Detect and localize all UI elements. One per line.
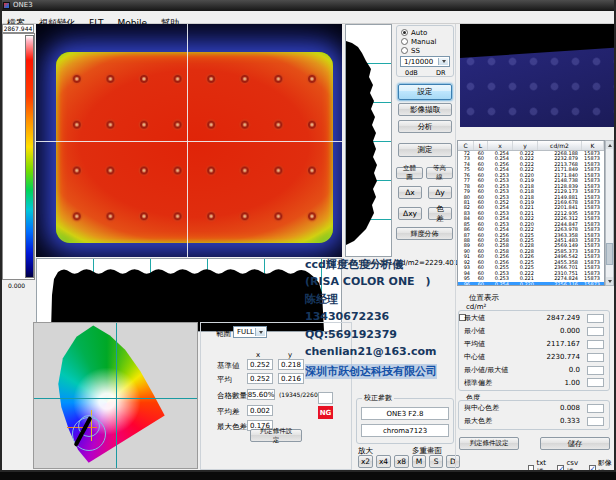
radio-label: SS (411, 47, 420, 55)
table-header-cell[interactable]: x (488, 141, 513, 150)
scroll-up-icon[interactable] (606, 141, 613, 149)
sensor-select[interactable]: chroma7123 (361, 424, 449, 437)
pass-count-label: 合格數量 (217, 391, 247, 401)
luminance-dist-button[interactable]: 輝度分佈 (396, 227, 453, 240)
stat-input-box[interactable] (587, 340, 604, 349)
stat-row: 標準偏差1.00 (459, 376, 609, 389)
zoom-factor-button[interactable]: x8 (394, 455, 409, 468)
delta-xy-button[interactable]: Δxy (398, 207, 422, 220)
table-header: CLxycd/m2K (458, 141, 604, 151)
calibration-group (356, 398, 454, 444)
reference-x-field[interactable]: 0.252 (247, 359, 273, 370)
radio-icon[interactable] (401, 38, 408, 45)
table-row[interactable]: 96600.2540.2202256.11615873 (458, 282, 604, 287)
multi-screen-button[interactable]: D (446, 455, 460, 468)
stat-row: 最小値0.000 (459, 325, 609, 338)
table-scrollbar[interactable] (605, 140, 614, 286)
zoom-buttons: x2x4x8 (358, 455, 409, 468)
scroll-thumb[interactable] (606, 243, 613, 265)
multi-screen-button[interactable]: M (412, 455, 426, 468)
contour-button[interactable]: 等高線 (426, 167, 453, 179)
menu-bar: 檔案視頻變化FLTMobile幫助 (0, 11, 616, 24)
judge-condition-button-form[interactable]: 判定條件設定 (250, 429, 302, 442)
capture-button[interactable]: 影像擷取 (398, 103, 452, 116)
analyze-button[interactable]: 分析 (398, 120, 452, 133)
cursor-readout: x=.255, y=.221, cd/m2=2229.401 (337, 259, 458, 267)
stereo-button[interactable]: 立體圖 (396, 167, 423, 179)
stat-input-box[interactable] (587, 327, 604, 336)
table-header-cell[interactable]: C (458, 141, 474, 150)
horizontal-profile-silhouette (37, 259, 341, 331)
stat-row: 最大色差0.333 (459, 415, 609, 428)
exposure-group: AutoManualSS 1/10000 0dB DR (396, 25, 454, 77)
zoom-factor-button[interactable]: x2 (358, 455, 373, 468)
shutter-select[interactable]: 1/10000 (400, 56, 450, 67)
stat-input-box[interactable] (587, 366, 604, 375)
radio-icon[interactable] (401, 47, 408, 54)
radio-row[interactable]: Manual (401, 37, 436, 46)
heatmap-crosshair-horizontal[interactable] (36, 141, 342, 142)
luminance-heatmap[interactable] (36, 24, 342, 257)
gain-label: 0dB (405, 69, 418, 77)
title-bar[interactable]: ONE3 (0, 0, 616, 11)
stat-input-box[interactable] (587, 417, 604, 426)
radio-row[interactable]: SS (401, 46, 436, 55)
stat-row: 平均値2117.167 (459, 338, 609, 351)
stat-value: 0.008 (524, 404, 580, 412)
stat-label: 最大値 (464, 313, 485, 323)
average-label: 平均 (217, 375, 232, 385)
stat-input-box[interactable] (587, 353, 604, 362)
avg-diff-field[interactable]: 0.002 (247, 405, 273, 416)
reference-y-field[interactable]: 0.218 (278, 359, 304, 370)
cie-crosshair-horizontal (34, 398, 197, 399)
scroll-down-icon[interactable] (606, 277, 613, 285)
stat-row: 中心値2230.774 (459, 351, 609, 364)
table-header-cell[interactable]: L (474, 141, 488, 150)
vertical-profile-silhouette (346, 25, 391, 256)
colorbar-min-value: 0.000 (8, 282, 25, 289)
average-x-field[interactable]: 0.252 (247, 373, 273, 384)
range-select[interactable]: FULL (233, 326, 267, 338)
zoom-factor-button[interactable]: x4 (376, 455, 391, 468)
colorbar-gradient (25, 35, 34, 278)
heatmap-panel (56, 52, 333, 243)
table-body: 72600.2540.2222268.1881587373600.2540.22… (458, 151, 604, 286)
table-header-cell[interactable]: y (513, 141, 538, 150)
save-button[interactable]: 儲存 (540, 437, 610, 450)
table-header-cell[interactable]: cd/m2 (538, 141, 582, 150)
shutter-select-value: 1/10000 (404, 58, 433, 66)
dr-label: DR (436, 69, 446, 77)
stat-input-box[interactable] (587, 378, 604, 387)
radio-icon[interactable] (401, 29, 408, 36)
stat-value: 1.00 (524, 379, 580, 387)
lens-select[interactable]: ONE3 F2.8 (361, 407, 449, 420)
colorbar-max-value: 2867.944 (2, 24, 34, 33)
range-select-value: FULL (237, 328, 254, 336)
pass-count-field[interactable]: 85.60% (247, 389, 275, 400)
color-diff-button[interactable]: 色差 (428, 207, 452, 220)
position-stats-group: 最大値2847.249最小値0.000平均値2117.167中心値2230.77… (458, 310, 610, 391)
delta-x-button[interactable]: Δx (398, 186, 422, 199)
average-y-field[interactable]: 0.216 (278, 373, 304, 384)
judge-condition-button-right[interactable]: 判定條件設定 (459, 437, 519, 450)
cie-chromaticity-diagram (33, 322, 198, 469)
stat-value: 2230.774 (524, 353, 580, 361)
stat-value: 0.000 (524, 327, 580, 335)
chroma-stats-group: 與中心色差0.008最大色差0.333 (458, 400, 610, 430)
delta-y-button[interactable]: Δy (428, 186, 452, 199)
max-diff-label: 最大色差 (217, 422, 247, 432)
multi-screen-button[interactable]: S (429, 455, 443, 468)
stat-input-box[interactable] (587, 314, 604, 323)
form-col-x: x (256, 351, 260, 359)
set-button[interactable]: 設定 (398, 84, 452, 100)
cie-horseshoe (37, 324, 189, 467)
measure-button[interactable]: 測定 (398, 143, 452, 157)
chroma-rows: 與中心色差0.008最大色差0.333 (459, 402, 609, 428)
stat-label: 中心値 (464, 352, 485, 362)
stat-label: 最小値/最大値 (464, 365, 508, 375)
result-blank-box (318, 392, 333, 404)
radio-row[interactable]: Auto (401, 28, 436, 37)
vertical-profile-plot (345, 24, 392, 257)
table-header-cell[interactable]: K (582, 141, 604, 150)
stat-input-box[interactable] (587, 404, 604, 413)
